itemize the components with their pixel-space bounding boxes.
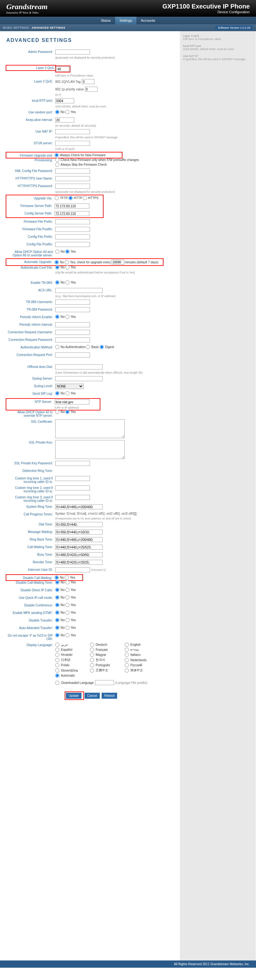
intercom-input[interactable] xyxy=(55,567,90,573)
lang-radio[interactable] xyxy=(55,663,59,667)
layer3-qos-input[interactable] xyxy=(56,67,69,72)
sendlog-no[interactable] xyxy=(55,391,59,395)
pinterval-input[interactable] xyxy=(55,322,90,327)
qip-no[interactable] xyxy=(55,595,59,600)
ntp-input[interactable] xyxy=(54,399,89,404)
sendlog-yes[interactable] xyxy=(66,391,69,395)
dhcp42-yes[interactable] xyxy=(66,410,69,414)
fw-server-input[interactable] xyxy=(54,204,89,208)
lang-option[interactable]: Português xyxy=(90,663,122,667)
sysring-input[interactable] xyxy=(55,504,102,509)
stun-input[interactable] xyxy=(55,141,90,146)
busy-input[interactable] xyxy=(55,552,102,557)
cancel-button[interactable]: Cancel xyxy=(85,693,99,699)
lang-option[interactable]: English xyxy=(125,643,156,647)
lang-radio[interactable] xyxy=(125,653,129,657)
dcwt-yes[interactable] xyxy=(66,580,69,584)
lang-radio[interactable] xyxy=(55,658,59,662)
nav-status[interactable]: Status xyxy=(96,17,115,24)
cr-pw-input[interactable] xyxy=(55,337,90,342)
lang-downloaded[interactable] xyxy=(55,681,59,685)
msgwait-input[interactable] xyxy=(55,530,102,535)
lang-radio[interactable] xyxy=(125,643,129,647)
lang-radio[interactable] xyxy=(125,663,129,667)
dtr-yes[interactable] xyxy=(66,618,69,622)
fw-skip[interactable] xyxy=(55,162,59,167)
lang-radio[interactable] xyxy=(90,653,94,657)
via-https[interactable] xyxy=(83,196,87,200)
lang-option[interactable]: עברית xyxy=(125,648,156,652)
mpk-no[interactable] xyxy=(55,611,59,614)
tr-user-input[interactable] xyxy=(55,299,90,305)
lang-radio[interactable] xyxy=(125,668,129,673)
autoup-no[interactable] xyxy=(54,260,59,264)
lang-radio[interactable] xyxy=(90,648,94,652)
mpk-yes[interactable] xyxy=(66,611,69,614)
http-pw-input[interactable] xyxy=(55,184,90,189)
loglevel-select[interactable]: NONE xyxy=(55,384,84,389)
dconf-no[interactable] xyxy=(55,603,59,607)
sslcert-input[interactable] xyxy=(55,419,125,438)
lang-option[interactable]: 简体中文 xyxy=(125,668,156,673)
random-port-yes[interactable] xyxy=(66,110,69,114)
ddip-yes[interactable] xyxy=(66,588,69,592)
lang-option[interactable]: Français xyxy=(90,648,122,652)
lang-option[interactable]: Italiano xyxy=(125,653,156,657)
authcfg-no[interactable] xyxy=(55,265,59,269)
authcfg-yes[interactable] xyxy=(66,265,69,269)
tr-pw-input[interactable] xyxy=(55,307,90,312)
lang-option[interactable]: Automatic xyxy=(55,673,87,678)
cfg-server-input[interactable] xyxy=(54,211,89,216)
rtp-port-input[interactable] xyxy=(55,98,74,103)
lang-radio[interactable] xyxy=(55,648,59,652)
lang-option[interactable]: عربي xyxy=(55,643,87,647)
lang-radio[interactable] xyxy=(90,668,94,673)
dconf-yes[interactable] xyxy=(66,603,69,607)
fw-always-check[interactable] xyxy=(54,153,59,157)
lang-option[interactable]: Español xyxy=(55,648,87,652)
dial-input[interactable] xyxy=(55,522,102,527)
offhook-input[interactable] xyxy=(55,364,102,369)
syslog-input[interactable] xyxy=(55,376,102,381)
lang-option[interactable]: 한국어 xyxy=(90,658,122,662)
sslpw-input[interactable] xyxy=(55,461,90,466)
cring2-input[interactable] xyxy=(55,485,90,490)
auth-basic[interactable] xyxy=(86,345,90,349)
cfg-prefix-input[interactable] xyxy=(55,234,90,239)
lang-radio[interactable] xyxy=(55,643,59,647)
reorder-input[interactable] xyxy=(55,560,102,565)
ringback-input[interactable] xyxy=(55,537,102,542)
http-user-input[interactable] xyxy=(55,176,90,181)
autoup-minutes-input[interactable] xyxy=(111,259,124,265)
lang-option[interactable]: Slovenščina xyxy=(55,668,87,673)
dcw-yes[interactable] xyxy=(65,576,69,580)
lang-radio[interactable] xyxy=(55,653,59,657)
random-port-no[interactable] xyxy=(55,110,59,114)
keepalive-input[interactable] xyxy=(55,118,74,123)
subnav-basic[interactable]: BASIC SETTINGS xyxy=(3,26,29,29)
lang-radio[interactable] xyxy=(90,658,94,662)
via-tftp[interactable] xyxy=(54,196,59,200)
lang-option[interactable]: Deutsch xyxy=(90,643,122,647)
cring1-input[interactable] xyxy=(55,476,90,481)
lang-option[interactable]: Nederlands xyxy=(125,658,156,662)
update-button[interactable]: Update xyxy=(66,693,81,699)
lang-postfix-input[interactable] xyxy=(95,680,114,685)
dcw-no[interactable] xyxy=(54,576,59,580)
periodic-no[interactable] xyxy=(55,315,59,319)
via-http[interactable] xyxy=(69,196,73,200)
qip-yes[interactable] xyxy=(66,595,69,600)
lang-option[interactable]: 日本語 xyxy=(55,658,87,662)
periodic-yes[interactable] xyxy=(66,315,69,319)
nav-settings[interactable]: Settings xyxy=(115,17,137,24)
cring3-input[interactable] xyxy=(55,495,90,500)
aat-yes[interactable] xyxy=(66,625,69,630)
admin-password-input[interactable] xyxy=(55,49,90,54)
auth-digest[interactable] xyxy=(100,345,104,349)
fw-prefix-input[interactable] xyxy=(55,219,90,224)
reboot-button[interactable]: Reboot xyxy=(102,693,117,699)
vlan-tag-input[interactable] xyxy=(82,79,94,84)
callwait-input[interactable] xyxy=(55,545,102,550)
ddip-no[interactable] xyxy=(55,588,59,592)
lang-radio[interactable] xyxy=(90,643,94,647)
